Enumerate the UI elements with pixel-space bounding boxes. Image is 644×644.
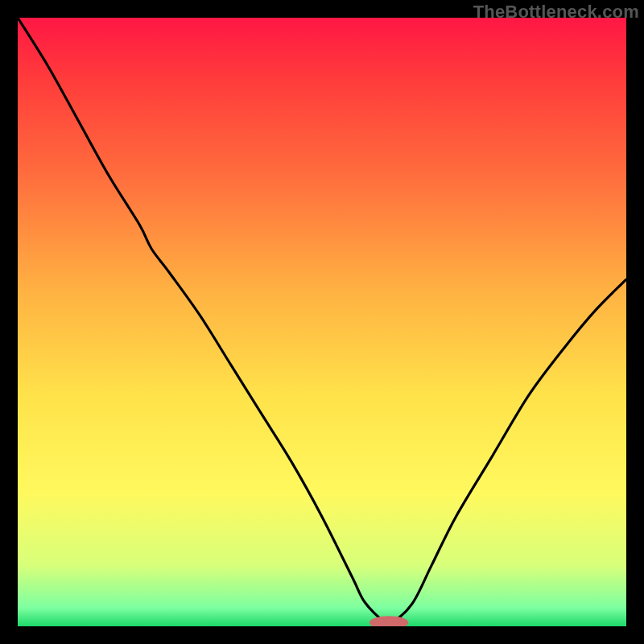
watermark-label: TheBottleneck.com [473,2,639,23]
chart-frame: TheBottleneck.com [0,0,644,644]
plot-area [18,18,626,626]
gradient-background [18,18,626,626]
chart-svg [18,18,626,626]
